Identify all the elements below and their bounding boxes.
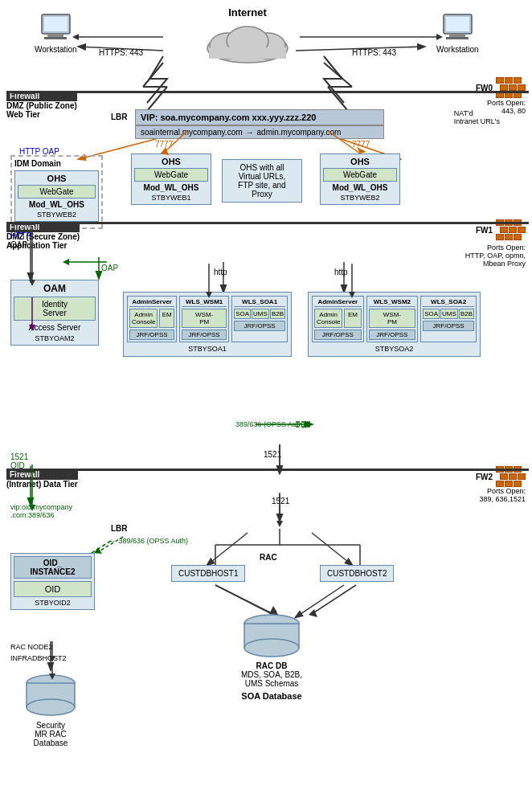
b2b2: B2B: [459, 309, 474, 319]
ohs-stbyweb1-box: OHS WebGate Mod_WL_OHS STBYWEB1: [131, 153, 211, 205]
access-server-label: Access Server: [14, 323, 96, 332]
mod-wl-idm: Mod_WL_OHS: [18, 200, 96, 209]
admin-console2: AdminConsole: [314, 309, 342, 328]
oam-title: OAM: [14, 283, 96, 294]
wlssoa2-label: WLS_SOA2: [423, 298, 474, 307]
rac-label: RAC: [260, 553, 277, 562]
svg-rect-35: [44, 17, 68, 31]
internet-label: Internet: [199, 6, 296, 18]
ohs-center-line1: OHS with all: [226, 163, 298, 172]
stbysoa2-wlssoa2: WLS_SOA2 SOA UMS B2B JRF/OPSS: [420, 296, 477, 342]
vip-oid-label: vip:oid.mycompany .com:389/636: [10, 503, 72, 519]
svg-line-21: [296, 585, 344, 617]
fw0-section: FW0: [476, 77, 526, 98]
workstation-right: Workstation: [436, 13, 479, 54]
diagram-container: Internet Workstation: [0, 0, 532, 790]
workstation-right-label: Workstation: [436, 45, 479, 54]
adminserver-label1: AdminServer: [129, 298, 174, 307]
oap-label: OAP: [10, 240, 31, 249]
svg-marker-81: [94, 547, 102, 554]
cloud-icon: [199, 20, 296, 64]
wlswsm1-label: WLS_WSM1: [182, 298, 227, 307]
http-oap-label: HTTP OAP: [10, 231, 31, 249]
jrf2-3: JRF/OPSS: [423, 321, 474, 331]
stbyoid2-name: STBYOID2: [14, 599, 92, 607]
oap-arrow-label: OAP: [101, 264, 118, 272]
ohs-center-line3: FTP site, and: [226, 181, 298, 190]
soa-db-section: RAC DB MDS, SOA, B2B, UMS Schemas SOA Da…: [239, 614, 304, 701]
port-1521-data-label: 1521: [272, 497, 289, 506]
stbyweb2-name: STBYWEB2: [323, 194, 397, 202]
soa-db-label: SOA Database: [239, 691, 304, 701]
svg-line-76: [312, 585, 356, 614]
em2: EM: [344, 309, 361, 328]
svg-line-74: [215, 585, 272, 614]
svg-line-18: [207, 533, 248, 565]
svg-line-20: [215, 585, 280, 617]
fw0-bricks: [496, 77, 526, 98]
rac-node2-label: RAC NODE2: [10, 643, 53, 651]
stbysoa2-wlswsm2: WLS_WSM2 WSM-PM JRF/OPSS: [366, 296, 419, 342]
internet-section: Internet: [199, 6, 296, 66]
port-1521-mid: 1521: [264, 450, 281, 459]
svg-point-42: [27, 699, 75, 715]
security-db: Security MR RAC Database: [23, 673, 79, 747]
ohs-center-box: OHS with all Virtual URLs, FTP site, and…: [222, 159, 302, 203]
b2b1: B2B: [270, 309, 285, 319]
oam-section: OAM Identity Server Access Server STBYOA…: [10, 280, 99, 346]
stbysoa1-wlswsm1: WLS_WSM1 WSM-PM JRF/OPSS: [179, 296, 229, 342]
webgate-stbyweb1: WebGate: [134, 168, 208, 182]
webgate-stbyweb2: WebGate: [323, 168, 397, 182]
soa-db-icon: [239, 614, 304, 658]
http-left-label: http: [214, 268, 227, 276]
port-7777-right: 7777: [352, 140, 370, 149]
custdbhost1-box: CUSTDBHOST1: [171, 565, 245, 582]
idm-domain-box: IDM Domain OHS WebGate Mod_WL_OHS STBYWE…: [10, 155, 103, 229]
arrow-icon: →: [246, 128, 254, 137]
vip-bar: VIP: soa.mycompany.com xxx.yyy.zzz.220: [135, 109, 384, 125]
stbysoa2-cluster: AdminServer AdminConsole EM JRF/OPSS WLS…: [308, 292, 481, 357]
https-left-label: HTTPS: 443: [99, 48, 143, 57]
http-right-label: http: [334, 268, 348, 276]
identity-server-box: Identity Server: [14, 297, 96, 321]
custdbhost2-box: CUSTDBHOST2: [320, 565, 394, 582]
svg-rect-37: [449, 34, 465, 37]
opss-auth-data-label: ← 389/636 (OPSS Auth): [109, 537, 188, 545]
jrf2-2: JRF/OPSS: [369, 330, 416, 340]
lbr-data-label: LBR: [111, 524, 128, 533]
ums1: UMS: [252, 309, 269, 319]
identity-server-label2: Server: [17, 309, 92, 317]
security-db-icon: [23, 673, 79, 718]
full-diagram: Internet Workstation: [6, 6, 529, 786]
zone-public-border-bottom: [6, 222, 529, 224]
mod-stbyweb2: Mod_WL_OHS: [323, 183, 397, 192]
jrf1-1: JRF/OPSS: [129, 330, 174, 340]
oid-instance2-box: OID_INSTANCE2 OID STBYOID2: [10, 553, 95, 610]
port-7777-left: 7777: [155, 140, 173, 149]
stbysoa2-adminserver: AdminServer AdminConsole EM JRF/OPSS: [312, 296, 364, 342]
opss-auth-label: 389/636 (OPSS Auth): [235, 420, 305, 428]
mod-stbyweb1: Mod_WL_OHS: [134, 183, 208, 192]
wsm-pm1: WSM-PM: [182, 309, 227, 328]
svg-marker-57: [63, 259, 69, 265]
adminserver-label2: AdminServer: [314, 298, 362, 307]
svg-rect-33: [47, 34, 63, 37]
url-bar: soainternal.mycompany.com → admin.mycomp…: [135, 125, 384, 139]
svg-rect-38: [446, 37, 469, 39]
zone-app-border-bottom: [6, 469, 529, 471]
wlswsm2-label: WLS_WSM2: [369, 298, 416, 307]
computer-right-icon: [440, 13, 476, 43]
svg-rect-31: [209, 47, 286, 59]
stbysoa1-cluster: AdminServer AdminConsole EM JRF/OPSS WLS…: [123, 292, 292, 357]
jrf1-3: JRF/OPSS: [234, 321, 285, 331]
fw1-label: FW1: [476, 226, 493, 235]
svg-line-19: [312, 533, 352, 565]
jrf1-2: JRF/OPSS: [182, 330, 227, 340]
svg-line-5: [324, 63, 352, 87]
natd-label: NAT'd Intranet URL's: [454, 109, 500, 125]
admin-url: admin.mycompany.com: [257, 128, 342, 137]
svg-marker-77: [309, 609, 317, 617]
ohs-center-line2: Virtual URLs,: [226, 172, 298, 181]
custdbhost2-label: CUSTDBHOST2: [327, 569, 387, 578]
ohs-idm-box: OHS WebGate Mod_WL_OHS STBYWEB2: [14, 170, 99, 222]
